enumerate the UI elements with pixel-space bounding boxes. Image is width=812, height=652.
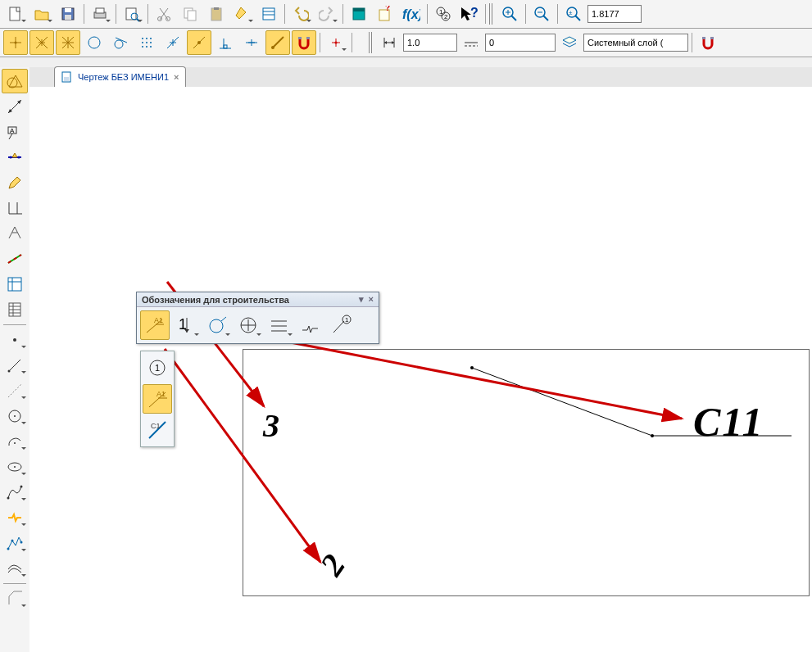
point-tool-button[interactable] [2,328,28,352]
svg-rect-2 [65,8,71,12]
paste-button[interactable] [204,2,229,26]
document-tab[interactable]: Чертеж БЕЗ ИМЕНИ1 × [54,66,186,87]
break-tool-button[interactable] [2,505,28,530]
toolbar-grip[interactable] [369,32,374,53]
main-toolbar: ? f(x) 12 ? ± [0,0,812,29]
snap-nearest-button[interactable] [187,30,211,55]
copy-button[interactable] [178,2,202,26]
variant-circle-button[interactable]: 1 [143,353,172,383]
linewidth-input[interactable] [403,34,457,52]
variant-axis-mark-button[interactable]: A1 [143,384,172,414]
spline-tool-button[interactable] [2,480,28,505]
svg-point-53 [197,41,201,44]
separator [485,4,486,24]
snap-tangent-button[interactable] [108,30,133,55]
redo-button[interactable] [315,2,339,26]
snap-grid-button[interactable] [134,30,159,55]
circle-tool-button[interactable] [2,404,28,428]
svg-text:A1: A1 [154,316,163,324]
ellipse-tool-button[interactable] [2,455,28,479]
separator [525,4,526,24]
linetype-button[interactable] [459,30,483,55]
chamfer-tool-button[interactable] [2,586,28,611]
svg-point-42 [142,38,143,39]
line-tool-button[interactable] [2,353,28,378]
cut-button[interactable] [152,2,176,26]
zoom-input[interactable] [587,5,642,23]
snap-intersection-button[interactable] [29,30,54,55]
properties-button[interactable] [256,2,281,26]
node-mark-tool-button[interactable] [202,310,232,340]
panel-title: Обозначения для строительства [142,295,289,305]
svg-point-92 [14,415,16,417]
zoom-scale-button[interactable]: ± [561,2,586,26]
svg-rect-79 [8,278,21,291]
numbering-button[interactable]: 12 [431,2,456,26]
measure-tab-button[interactable] [2,221,28,246]
separator [342,4,343,24]
snap-config-button[interactable] [324,30,348,55]
snap-endpoint-button[interactable] [265,30,290,55]
svg-line-8 [137,19,139,21]
multiline-tool-button[interactable] [2,556,28,581]
designation-tab-button[interactable] [2,145,28,170]
svg-rect-63 [702,37,705,39]
aux-line-tool-button[interactable] [2,378,28,403]
spec-tab-button[interactable] [2,272,28,297]
save-button[interactable] [56,2,80,26]
break-mark-tool-button[interactable] [296,310,325,340]
parametric-tab-button[interactable] [2,196,28,220]
polyline-tool-button[interactable] [2,531,28,555]
snap-perpendicular-button[interactable] [213,30,238,55]
document-tab-title: Чертеж БЕЗ ИМЕНИ1 [78,72,169,82]
panel-titlebar[interactable]: Обозначения для строительства ▾× [137,292,379,307]
geometry-tab-button[interactable] [2,69,28,93]
section-mark-tool-button[interactable] [234,310,263,340]
layers-button[interactable] [557,30,582,55]
toolbar-grip[interactable] [489,3,494,25]
dimension-style-button[interactable] [377,30,401,55]
lineoffset-input[interactable] [485,34,556,52]
library-button[interactable] [347,2,371,26]
undo-button[interactable] [288,2,313,26]
close-icon[interactable]: × [174,72,179,82]
print-button[interactable] [88,2,112,26]
facade-tool-button[interactable] [265,310,294,340]
snap-crossing-button[interactable] [56,30,80,55]
edit-tab-button[interactable] [2,170,28,195]
close-icon[interactable]: × [369,294,374,305]
help-library-button[interactable]: ? [373,2,397,26]
snap-midpoint-button[interactable] [239,30,264,55]
snap-point-button[interactable] [3,30,28,55]
separator [3,324,26,325]
text-tab-button[interactable]: A [2,120,28,144]
snap-extension-button[interactable] [161,30,185,55]
svg-text:f(x): f(x) [402,7,420,21]
variables-button[interactable]: f(x) [399,2,424,26]
new-file-button[interactable] [3,2,28,26]
dimensions-tab-button[interactable] [2,94,28,119]
level-mark-tool-button[interactable]: 1 [171,310,201,340]
snap-circle-button[interactable] [82,30,107,55]
select-tab-button[interactable] [2,247,28,271]
zoom-out-button[interactable] [529,2,554,26]
zoom-in-button[interactable] [497,2,522,26]
preview-button[interactable] [120,2,144,26]
svg-point-43 [146,38,147,39]
numbered-node-tool-button[interactable]: 1 [327,310,356,340]
axis-mark-tool-button[interactable]: A1 [140,310,170,340]
arc-tool-button[interactable] [2,429,28,454]
minimize-icon[interactable]: ▾ [359,294,364,305]
layer-select[interactable] [583,34,688,52]
separator [147,4,148,24]
snap-master-button[interactable] [696,30,720,55]
report-tab-button[interactable] [2,297,28,322]
cursor-help-button[interactable]: ? [457,2,482,26]
snap-magnet-button[interactable] [292,30,316,55]
drawing-canvas[interactable]: С11 3 2 Обозначения для строительства ▾×… [29,87,812,652]
format-painter-button[interactable] [230,2,255,26]
svg-rect-19 [353,8,365,11]
variant-section-mark-button[interactable]: C1 [143,415,172,445]
open-file-button[interactable] [29,2,54,26]
axis-mark-variants-panel: 1 A1 C1 [140,351,175,447]
